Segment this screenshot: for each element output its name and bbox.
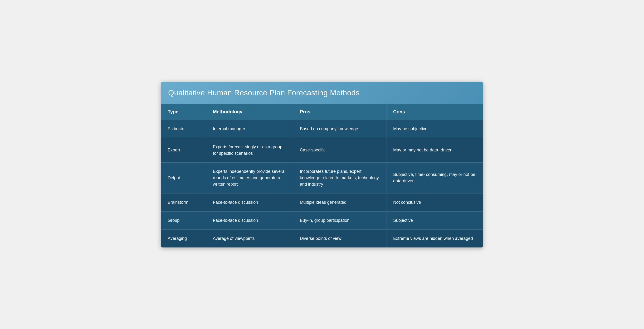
cell-pros-2: Incorporates future plans, expert knowle…: [293, 162, 386, 193]
cell-methodology-5: Average of viewpoints: [206, 229, 293, 248]
cell-type-2: Delphi: [161, 162, 206, 193]
main-container: Qualitative Human Resource Plan Forecast…: [161, 82, 483, 248]
cell-type-4: Group: [161, 211, 206, 229]
cell-pros-3: Multiple ideas generated: [293, 193, 386, 211]
cell-pros-1: Case-specific: [293, 138, 386, 162]
table-row: GroupFace-to-face discussionBuy-in, grou…: [161, 211, 483, 229]
cell-cons-2: Subjective, time- consuming, may or not …: [386, 162, 483, 193]
table-row: AveragingAverage of viewpointsDiverse po…: [161, 229, 483, 248]
forecast-table: Type Methodology Pros Cons EstimateInter…: [161, 104, 483, 248]
cell-cons-1: May or may not be data- driven: [386, 138, 483, 162]
cell-cons-0: May be subjective: [386, 120, 483, 138]
cell-type-3: Brainstorm: [161, 193, 206, 211]
cell-methodology-3: Face-to-face discussion: [206, 193, 293, 211]
col-header-cons: Cons: [386, 104, 483, 120]
cell-type-0: Estimate: [161, 120, 206, 138]
table-row: DelphiExperts independently provide seve…: [161, 162, 483, 193]
cell-cons-3: Not conclusive: [386, 193, 483, 211]
col-header-type: Type: [161, 104, 206, 120]
cell-type-5: Averaging: [161, 229, 206, 248]
table-row: ExpertExperts forecast singly or as a gr…: [161, 138, 483, 162]
cell-pros-4: Buy-in, group participation: [293, 211, 386, 229]
cell-methodology-2: Experts independently provide several ro…: [206, 162, 293, 193]
cell-methodology-1: Experts forecast singly or as a group fo…: [206, 138, 293, 162]
cell-cons-5: Extreme views are hidden when averaged: [386, 229, 483, 248]
cell-pros-0: Based on company knowledge: [293, 120, 386, 138]
cell-cons-4: Subjective: [386, 211, 483, 229]
cell-methodology-4: Face-to-face discussion: [206, 211, 293, 229]
table-body: EstimateInternal managerBased on company…: [161, 120, 483, 248]
table-title: Qualitative Human Resource Plan Forecast…: [161, 82, 483, 104]
table-row: EstimateInternal managerBased on company…: [161, 120, 483, 138]
header-row: Type Methodology Pros Cons: [161, 104, 483, 120]
cell-pros-5: Diverse points of view: [293, 229, 386, 248]
col-header-methodology: Methodology: [206, 104, 293, 120]
table-row: BrainstormFace-to-face discussionMultipl…: [161, 193, 483, 211]
cell-type-1: Expert: [161, 138, 206, 162]
col-header-pros: Pros: [293, 104, 386, 120]
cell-methodology-0: Internal manager: [206, 120, 293, 138]
